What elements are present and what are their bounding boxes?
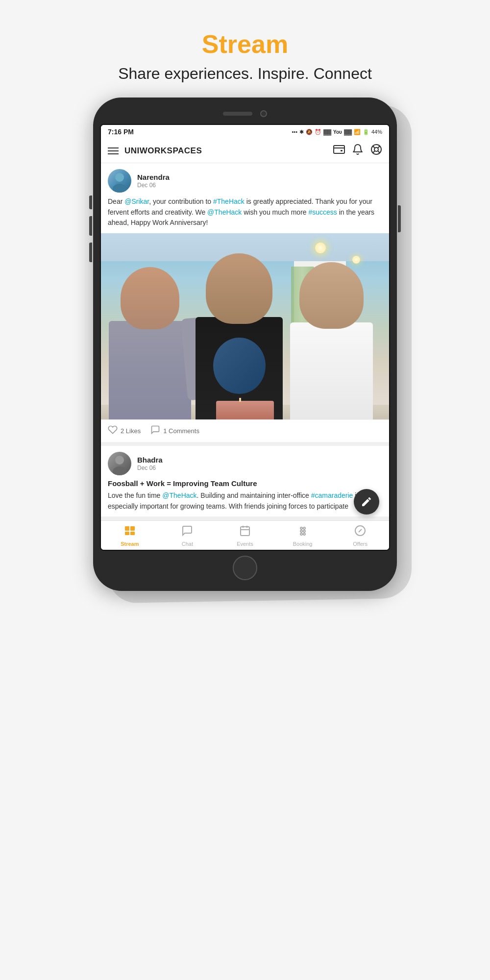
svg-rect-12	[241, 527, 249, 536]
post-1-text: Dear @Srikar, your contribution to #TheH…	[101, 196, 389, 233]
post-1-meta: Narendra Dec 06	[137, 173, 382, 189]
post-2-text: Love the fun time @TheHack. Building and…	[101, 490, 389, 516]
wifi-icon: 📶	[354, 129, 361, 135]
help-icon[interactable]	[370, 144, 382, 158]
status-time: 7:16 PM	[108, 128, 134, 136]
post-1-avatar	[108, 169, 131, 193]
status-icons: ••• ✱ 🔕 ⏰ ▓▓ Yoυ ▓▓ 📶 🔋 44%	[292, 129, 382, 135]
nav-events-label: Events	[237, 541, 253, 547]
volume-down-btn	[89, 216, 92, 236]
app-title: UNIWORKSPACES	[124, 146, 327, 156]
post-2-meta: Bhadra Dec 06	[137, 456, 382, 471]
nav-stream-label: Stream	[121, 541, 139, 547]
phone-mockup: 7:16 PM ••• ✱ 🔕 ⏰ ▓▓ Yoυ ▓▓ 📶 🔋 44%	[93, 98, 397, 591]
photo-person-3	[285, 252, 377, 419]
status-dots: •••	[292, 129, 297, 135]
photo-person-1	[101, 256, 199, 419]
bell-icon[interactable]	[352, 144, 364, 158]
app-bar-actions	[333, 144, 382, 158]
svg-point-21	[303, 533, 305, 535]
like-count: 2 Likes	[121, 427, 141, 435]
post-2-header: Bhadra Dec 06	[101, 446, 389, 479]
nav-booking-label: Booking	[293, 541, 313, 547]
chat-nav-icon	[181, 525, 193, 539]
post-2-author: Bhadra	[137, 456, 382, 464]
home-button[interactable]	[233, 556, 257, 580]
offers-nav-icon	[354, 525, 366, 539]
bottom-nav: Stream Chat	[101, 520, 389, 550]
svg-line-6	[378, 146, 380, 148]
signal-icon-2: ▓▓	[344, 129, 352, 135]
page-subtitle: Share experiences. Inspire. Connect	[10, 65, 480, 83]
hashtag-success[interactable]: #success	[309, 208, 337, 216]
hashtag-camaraderie[interactable]: #camaraderie	[311, 491, 353, 499]
nav-chat[interactable]: Chat	[159, 524, 217, 548]
feed: Narendra Dec 06 Dear @Srikar, your contr…	[101, 163, 389, 520]
hamburger-line-2	[108, 150, 119, 151]
svg-line-7	[373, 151, 375, 153]
nav-booking[interactable]: Booking	[274, 524, 332, 548]
post-card-2: Bhadra Dec 06 Foosball + Work = Improvin…	[101, 446, 389, 516]
svg-line-5	[378, 151, 380, 153]
hamburger-line-3	[108, 153, 119, 154]
like-button[interactable]: 2 Likes	[108, 425, 141, 437]
svg-rect-8	[125, 526, 129, 531]
alarm-icon: ⏰	[315, 129, 321, 135]
battery-pct: 44%	[371, 129, 382, 135]
svg-rect-0	[334, 146, 344, 153]
mention-srikar[interactable]: @Srikar	[124, 197, 149, 205]
photo-person-2	[187, 243, 291, 419]
post-card-1: Narendra Dec 06 Dear @Srikar, your contr…	[101, 163, 389, 442]
comment-icon	[150, 425, 160, 437]
post-2-date: Dec 06	[137, 465, 382, 471]
svg-line-23	[359, 529, 362, 532]
svg-rect-1	[341, 150, 343, 151]
post-2-avatar	[108, 452, 131, 475]
menu-button[interactable]	[108, 147, 119, 154]
app-bar: UNIWORKSPACES	[101, 139, 389, 163]
status-bar: 7:16 PM ••• ✱ 🔕 ⏰ ▓▓ Yoυ ▓▓ 📶 🔋 44%	[101, 125, 389, 139]
comment-button[interactable]: 1 Comments	[150, 425, 199, 437]
svg-rect-9	[130, 526, 135, 531]
events-nav-icon	[239, 525, 251, 539]
mention-thehack-2[interactable]: @TheHack	[162, 491, 196, 499]
phone-screen: 7:16 PM ••• ✱ 🔕 ⏰ ▓▓ Yoυ ▓▓ 📶 🔋 44%	[100, 124, 390, 551]
photo-scene	[101, 233, 389, 419]
phone-camera	[260, 110, 267, 117]
nav-offers-label: Offers	[353, 541, 368, 547]
phone-top-bar	[100, 106, 390, 124]
nav-chat-label: Chat	[182, 541, 193, 547]
post-1-image	[101, 233, 389, 419]
svg-rect-10	[125, 532, 129, 535]
power-button	[398, 205, 401, 232]
svg-point-18	[300, 530, 302, 532]
wallet-icon[interactable]	[333, 144, 345, 158]
post-1-header: Narendra Dec 06	[101, 163, 389, 196]
svg-point-20	[300, 533, 302, 535]
stream-nav-icon	[124, 525, 136, 539]
battery-icon: 🔋	[363, 129, 369, 135]
svg-point-19	[303, 530, 305, 532]
comment-count: 1 Comments	[163, 427, 199, 435]
volume-buttons	[89, 196, 92, 262]
volume-btn-3	[89, 243, 92, 262]
booking-nav-icon	[297, 525, 309, 539]
phone-bottom-bar	[100, 551, 390, 582]
post-1-date: Dec 06	[137, 182, 382, 189]
nav-offers[interactable]: Offers	[331, 524, 389, 548]
phone-speaker	[223, 112, 252, 116]
nav-stream[interactable]: Stream	[101, 524, 159, 548]
mention-thehack[interactable]: @TheHack	[207, 208, 242, 216]
bluetooth-icon: ✱	[299, 129, 304, 135]
hashtag-thehack-1[interactable]: #TheHack	[213, 197, 245, 205]
nav-events[interactable]: Events	[216, 524, 274, 548]
power-btn	[398, 205, 401, 232]
svg-rect-11	[130, 532, 135, 535]
heart-icon	[108, 425, 118, 437]
svg-point-17	[303, 527, 305, 529]
signal-icon: ▓▓	[323, 129, 331, 135]
post-1-actions: 2 Likes 1 Comments	[101, 419, 389, 442]
post-2-title: Foosball + Work = Improving Team Culture	[101, 479, 389, 490]
screen-content: 7:16 PM ••• ✱ 🔕 ⏰ ▓▓ Yoυ ▓▓ 📶 🔋 44%	[101, 125, 389, 550]
hamburger-line-1	[108, 147, 119, 148]
